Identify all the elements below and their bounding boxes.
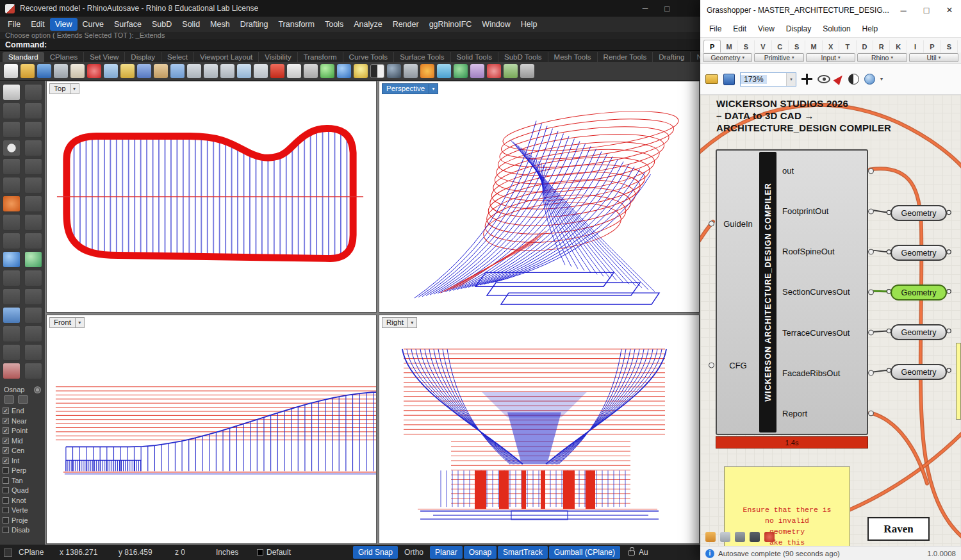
viewport-title[interactable]: Right xyxy=(382,317,408,328)
remote-control-icon[interactable] xyxy=(750,532,760,542)
open-file-icon[interactable] xyxy=(21,64,35,78)
component-category-tab[interactable]: P xyxy=(924,40,940,53)
lamp-icon[interactable] xyxy=(354,64,368,78)
move-icon[interactable] xyxy=(170,64,185,78)
menu-item[interactable]: File xyxy=(704,22,727,35)
component-output[interactable]: RoofSpineOut xyxy=(782,231,867,272)
boolean-union-icon[interactable] xyxy=(3,270,21,286)
osnap-item[interactable]: Quad xyxy=(3,486,42,495)
explode-parts-icon[interactable] xyxy=(24,288,42,305)
render-sphere-icon[interactable] xyxy=(387,64,401,78)
ribbon-group-dropdown[interactable]: Primitive xyxy=(754,53,803,62)
menu-item[interactable]: Edit xyxy=(728,22,752,35)
viewport-title[interactable]: Perspective xyxy=(382,83,429,94)
osnap-filter-button[interactable] xyxy=(18,395,28,404)
component-category-tab[interactable]: X xyxy=(823,40,839,53)
viewport-menu-caret-icon[interactable] xyxy=(429,83,438,94)
toolbar-tab[interactable]: Viewport Layout xyxy=(194,52,259,62)
pencil-icon[interactable] xyxy=(287,64,301,78)
osnap-item[interactable]: Int xyxy=(3,456,42,466)
viewport-right[interactable]: Right xyxy=(379,315,700,544)
geometry-param[interactable]: Geometry xyxy=(891,324,947,340)
move-tool-icon[interactable] xyxy=(3,307,21,324)
viewport-front[interactable]: Front xyxy=(46,315,377,544)
viewport-title[interactable]: Top xyxy=(49,83,70,94)
component-category-tab[interactable]: R xyxy=(873,40,890,53)
units-field[interactable]: Inches xyxy=(216,548,257,557)
component-output[interactable]: FootprintOut xyxy=(782,191,867,231)
ribbon-group-dropdown[interactable]: Geometry xyxy=(703,53,752,62)
component-output[interactable]: Report xyxy=(782,393,867,434)
knife-icon[interactable] xyxy=(304,64,318,78)
zoom-combobox[interactable]: 173% xyxy=(740,72,796,86)
viewport-menu-caret-icon[interactable] xyxy=(408,317,417,328)
osnap-checkbox[interactable] xyxy=(3,438,9,444)
menu-item[interactable]: Window xyxy=(477,18,515,31)
paste-icon[interactable] xyxy=(120,64,135,78)
status-toggle[interactable]: SmartTrack xyxy=(498,546,548,559)
component-category-tab[interactable]: V xyxy=(755,40,771,53)
polygon-icon[interactable] xyxy=(24,158,42,175)
gh-canvas[interactable]: WICKERSON STUDIOS 2026 – DATA to 3D CAD … xyxy=(700,95,961,546)
viewport-menu-caret-icon[interactable] xyxy=(70,83,79,94)
join-icon[interactable] xyxy=(3,288,21,305)
toolbar-tab[interactable]: Surface Tools xyxy=(394,52,450,62)
menu-item[interactable]: View xyxy=(753,22,780,35)
menu-item[interactable]: Help xyxy=(857,22,883,35)
menu-item[interactable]: Curve xyxy=(78,18,109,31)
osnap-checkbox[interactable] xyxy=(3,427,9,434)
toolbar-tab[interactable]: Render Tools xyxy=(598,52,653,62)
component-input[interactable]: CFG xyxy=(717,297,759,434)
component-input[interactable]: GuideIn xyxy=(717,151,759,297)
component-output[interactable]: out xyxy=(782,151,867,191)
surface-icon[interactable] xyxy=(3,214,21,231)
offset-icon[interactable] xyxy=(3,177,21,194)
status-toggle[interactable]: Grid Snap xyxy=(353,546,398,559)
menu-item[interactable]: Edit xyxy=(26,18,50,31)
geometry-param[interactable]: Geometry xyxy=(891,284,947,301)
osnap-item[interactable]: Point xyxy=(3,426,42,436)
array-tool-icon[interactable] xyxy=(24,363,42,379)
osnap-checkbox[interactable] xyxy=(3,507,9,513)
cancel-solver-icon[interactable] xyxy=(764,532,775,542)
toolbar-tab[interactable]: Mesh Tools xyxy=(548,52,598,62)
osnap-item[interactable]: Perp xyxy=(3,466,42,475)
osnap-item[interactable]: Disab xyxy=(3,525,42,535)
toolbar-tab[interactable]: Set View xyxy=(84,52,125,62)
layer-field[interactable]: Default xyxy=(257,548,353,557)
component-category-tab[interactable]: M xyxy=(721,40,737,53)
menu-item[interactable]: Drafting xyxy=(235,18,274,31)
pointer-icon[interactable] xyxy=(3,84,21,101)
text-tool-icon[interactable] xyxy=(3,344,21,361)
close-icon[interactable] xyxy=(938,0,961,21)
menu-item[interactable]: Tools xyxy=(320,18,349,31)
menu-item[interactable]: Solution xyxy=(817,22,855,35)
component-category-tab[interactable]: S xyxy=(738,40,755,53)
cut-icon[interactable] xyxy=(87,64,101,78)
component-category-tab[interactable]: M xyxy=(805,40,822,53)
component-output[interactable]: FacadeRibsOut xyxy=(782,353,867,393)
circle-icon[interactable] xyxy=(3,140,21,156)
maximize-icon[interactable] xyxy=(915,0,938,21)
toolbar-tab[interactable]: Display xyxy=(125,52,161,62)
toolbar-tab[interactable]: SubD Tools xyxy=(498,52,548,62)
zoom-extents-icon[interactable] xyxy=(220,64,234,78)
open-file-icon[interactable] xyxy=(705,74,718,84)
zoom-window-icon[interactable] xyxy=(204,64,218,78)
block-tool-icon[interactable] xyxy=(3,363,21,379)
layer-manager-icon[interactable] xyxy=(254,64,268,78)
sphere-icon[interactable] xyxy=(320,64,334,78)
new-file-icon[interactable] xyxy=(4,64,18,78)
toolbar-tab[interactable]: Solid Tools xyxy=(451,52,498,62)
pan-icon[interactable] xyxy=(154,64,168,78)
sphere-solid-icon[interactable] xyxy=(3,251,21,268)
osnap-gear-icon[interactable] xyxy=(34,386,41,393)
status-toggle[interactable]: Osnap xyxy=(464,546,497,559)
gh-titlebar[interactable]: Grasshopper - MASTER_ARCHITECTURE_DESIG.… xyxy=(700,0,961,21)
preview-mode-icon[interactable] xyxy=(848,74,859,85)
fillet-icon[interactable] xyxy=(3,195,21,212)
toolbar-tab[interactable]: CPlanes xyxy=(44,52,84,62)
curve-icon[interactable] xyxy=(24,121,42,138)
points-off-icon[interactable] xyxy=(24,103,42,119)
osnap-checkbox[interactable] xyxy=(3,527,9,533)
